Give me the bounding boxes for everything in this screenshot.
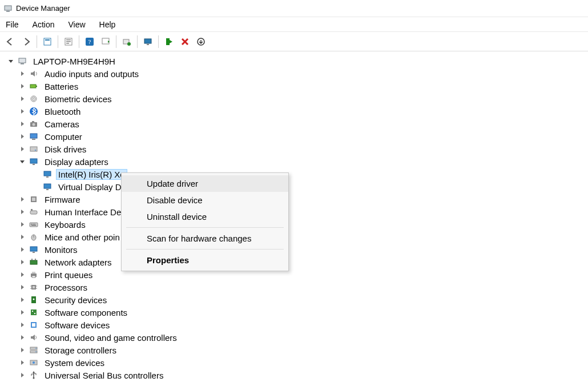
- chevron-right-icon[interactable]: [18, 308, 26, 316]
- tree-category[interactable]: Universal Serial Bus controllers: [5, 369, 588, 381]
- tree-category[interactable]: Sound, video and game controllers: [5, 331, 588, 344]
- tree-item-label: Batteries: [42, 81, 80, 92]
- svg-marker-88: [21, 310, 24, 315]
- svg-marker-102: [21, 360, 24, 365]
- tree-category[interactable]: Batteries: [5, 80, 588, 93]
- svg-marker-92: [21, 323, 24, 327]
- menu-help[interactable]: Help: [97, 19, 118, 30]
- tree-category[interactable]: Computer: [5, 130, 588, 143]
- chevron-right-icon[interactable]: [18, 258, 26, 266]
- tree-category[interactable]: Security devices: [5, 293, 588, 306]
- svg-marker-37: [21, 134, 24, 139]
- tree-item-label: LAPTOP-MH9E4H9H: [31, 56, 118, 67]
- context-menu-item[interactable]: Scan for hardware changes: [122, 230, 288, 247]
- toolbar-separator: [58, 35, 58, 48]
- chevron-right-icon[interactable]: [18, 283, 26, 291]
- svg-marker-64: [21, 235, 24, 239]
- chevron-down-icon[interactable]: [7, 57, 15, 65]
- scan-hardware-icon[interactable]: [99, 35, 112, 49]
- tree-root-node[interactable]: LAPTOP-MH9E4H9H: [5, 55, 588, 67]
- tree-category[interactable]: Print queues: [5, 268, 588, 281]
- window-title: Device Manager: [16, 4, 70, 13]
- legacy-add-icon[interactable]: [194, 35, 208, 49]
- chevron-right-icon[interactable]: [18, 220, 26, 228]
- chevron-right-icon[interactable]: [18, 95, 26, 103]
- chevron-right-icon[interactable]: [18, 208, 26, 216]
- monitor-icon[interactable]: [141, 35, 155, 49]
- svg-marker-43: [20, 160, 25, 163]
- tree-item-label: Keyboards: [42, 219, 88, 230]
- menu-action[interactable]: Action: [30, 19, 57, 30]
- chevron-right-icon[interactable]: [18, 107, 26, 115]
- tree-category[interactable]: Software components: [5, 306, 588, 319]
- chevron-right-icon[interactable]: [18, 246, 26, 254]
- nic-icon: [29, 257, 39, 267]
- computer-root-icon: [17, 56, 27, 66]
- tree-category[interactable]: Network adapters: [5, 256, 588, 268]
- tree-category[interactable]: Processors: [5, 281, 588, 293]
- svg-marker-107: [33, 371, 35, 373]
- tree-category[interactable]: Monitors: [5, 243, 588, 256]
- chevron-right-icon[interactable]: [18, 271, 26, 279]
- enable-device-icon[interactable]: [162, 35, 176, 49]
- svg-rect-14: [144, 39, 151, 43]
- svg-rect-73: [35, 259, 36, 260]
- menu-view[interactable]: View: [66, 19, 87, 30]
- svg-point-101: [35, 351, 37, 352]
- tree-device[interactable]: Virtual Display De: [5, 180, 588, 193]
- tree-device[interactable]: Intel(R) Iris(R) Xe: [5, 168, 588, 180]
- tree-item-label: Intel(R) Iris(R) Xe: [56, 169, 127, 180]
- help-icon[interactable]: ?: [83, 35, 96, 49]
- context-menu-item[interactable]: Properties: [122, 252, 288, 268]
- device-tree[interactable]: LAPTOP-MH9E4H9HAudio inputs and outputsB…: [0, 51, 588, 382]
- svg-rect-51: [46, 189, 49, 190]
- update-driver-icon[interactable]: [120, 35, 134, 49]
- chevron-right-icon[interactable]: [18, 195, 26, 203]
- tree-category[interactable]: System devices: [5, 356, 588, 369]
- chevron-down-icon[interactable]: [18, 158, 26, 166]
- chevron-right-icon[interactable]: [18, 296, 26, 304]
- context-menu-item[interactable]: Disable device: [122, 192, 288, 208]
- tree-category[interactable]: Storage controllers: [5, 344, 588, 356]
- chevron-right-icon[interactable]: [18, 82, 26, 90]
- context-menu-item[interactable]: Update driver: [122, 175, 288, 192]
- chevron-right-icon[interactable]: [18, 233, 26, 241]
- tree-category[interactable]: Firmware: [5, 193, 588, 206]
- back-arrow-icon[interactable]: [3, 35, 17, 49]
- chevron-right-icon[interactable]: [18, 132, 26, 140]
- chevron-right-icon[interactable]: [18, 321, 26, 329]
- display-icon: [42, 182, 53, 192]
- tree-category[interactable]: Software devices: [5, 319, 588, 331]
- svg-rect-45: [33, 164, 35, 165]
- properties-icon[interactable]: [62, 35, 75, 49]
- context-menu-item[interactable]: Uninstall device: [122, 208, 288, 225]
- chevron-right-icon[interactable]: [18, 359, 26, 367]
- tree-category[interactable]: Human Interface Dev: [5, 206, 588, 218]
- svg-marker-33: [21, 122, 24, 126]
- svg-rect-91: [34, 313, 35, 314]
- chevron-right-icon[interactable]: [18, 145, 26, 153]
- tree-category[interactable]: Cameras: [5, 118, 588, 130]
- chevron-right-icon[interactable]: [18, 120, 26, 128]
- svg-rect-6: [66, 41, 71, 42]
- svg-marker-67: [21, 247, 24, 252]
- show-hidden-devices-icon[interactable]: [41, 35, 54, 49]
- chevron-right-icon[interactable]: [18, 346, 26, 354]
- svg-rect-5: [66, 39, 71, 41]
- chevron-right-icon[interactable]: [18, 371, 26, 379]
- uninstall-device-icon[interactable]: [178, 35, 192, 49]
- tree-category[interactable]: Display adapters: [5, 155, 588, 168]
- tree-category[interactable]: Disk drives: [5, 143, 588, 155]
- menu-file[interactable]: File: [3, 19, 21, 30]
- tree-category[interactable]: Mice and other poin: [5, 231, 588, 243]
- toolbar-separator: [37, 35, 37, 48]
- chevron-right-icon[interactable]: [18, 333, 26, 341]
- tree-category[interactable]: Keyboards: [5, 218, 588, 231]
- forward-arrow-icon[interactable]: [19, 35, 33, 49]
- tree-category[interactable]: Audio inputs and outputs: [5, 67, 588, 80]
- chevron-right-icon[interactable]: [18, 70, 26, 78]
- tree-category[interactable]: Biometric devices: [5, 93, 588, 105]
- tree-category[interactable]: Bluetooth: [5, 105, 588, 118]
- svg-marker-95: [21, 335, 24, 340]
- svg-rect-90: [32, 311, 33, 312]
